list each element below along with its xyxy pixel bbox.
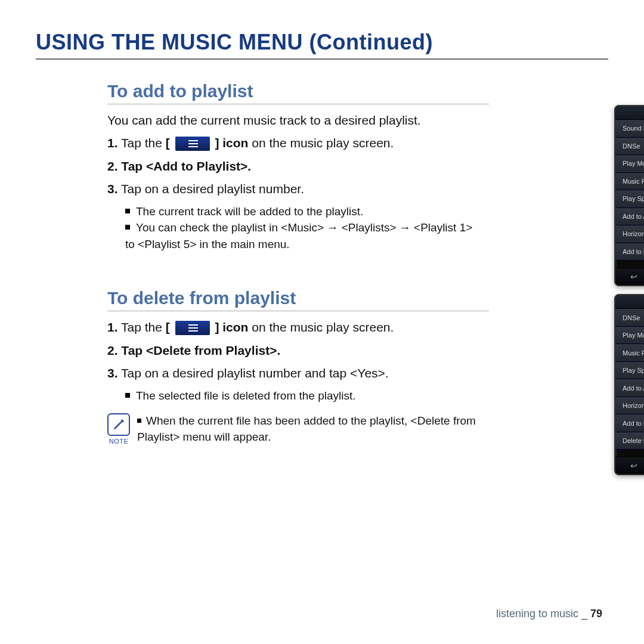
section-heading: To add to playlist — [107, 81, 489, 104]
step-text: Tap <Add to Playlist>. — [121, 159, 251, 173]
menu-icon — [175, 321, 210, 335]
device-mockup-delete: 06:14 PM DNSe Play Mode Music Play Scree… — [614, 294, 644, 475]
section-heading: To delete from playlist — [107, 288, 489, 311]
step-1: 1. Tap the [ ] icon on the music play sc… — [107, 134, 483, 152]
device-menu-item: DNSe — [615, 138, 644, 156]
device-menu-item: Play Speed — [615, 362, 644, 380]
device-menu-item: Music Play Screen — [615, 344, 644, 362]
device-menu-item: Play Mode — [615, 327, 644, 345]
menu-icon — [175, 137, 210, 151]
section-add-to-playlist: To add to playlist You can add the curre… — [107, 81, 608, 252]
device-menu-item: Play Mode — [615, 155, 644, 173]
sub-bullet: You can check the playlist in <Music> → … — [125, 219, 483, 252]
footer-chapter: listening to music — [496, 608, 578, 620]
bullet-icon — [125, 225, 130, 230]
sub-bullet: The current track will be added to the p… — [125, 203, 483, 220]
device-bottom-bar: ↩ ≡ A↔B — [615, 268, 644, 285]
device-menu-item: Add to Alarm — [615, 208, 644, 226]
device-menu-item: DNSe — [615, 309, 644, 327]
note-label: NOTE — [109, 437, 129, 447]
section-delete-from-playlist: To delete from playlist 1. Tap the [ ] i… — [107, 288, 608, 447]
bullet-icon — [125, 209, 130, 213]
back-icon: ↩ — [630, 461, 637, 470]
note-icon — [107, 413, 130, 436]
note-text: When the current file has been added to … — [137, 413, 483, 445]
device-menu-item: Play Speed — [615, 190, 644, 208]
step-text: Tap on a desired playlist number and tap… — [121, 366, 389, 380]
device-statusbar: 06:14 PM — [615, 295, 644, 309]
step-text: Tap the [ ] icon on the music play scree… — [121, 136, 394, 150]
device-menu-item: Horizontal Stroke — [615, 225, 644, 243]
device-menu-item: Horizontal Stroke — [615, 397, 644, 415]
bullet-icon — [125, 393, 130, 398]
device-menu-item: Sound Effect — [615, 120, 644, 138]
footer-page-number: 79 — [590, 608, 602, 620]
device-menu-list: Sound Effect DNSe Play Mode Music Play S… — [615, 120, 644, 261]
step-text: Tap <Delete from Playlist>. — [121, 343, 280, 357]
step-number: 2. — [107, 343, 118, 357]
step-text: Tap on a desired playlist number. — [121, 182, 304, 196]
step-3: 3. Tap on a desired playlist number and … — [107, 364, 483, 382]
step-3: 3. Tap on a desired playlist number. — [107, 180, 483, 198]
back-icon: ↩ — [630, 272, 637, 281]
note-block: NOTE When the current file has been adde… — [107, 413, 483, 447]
intro-text: You can add the current music track to a… — [107, 112, 483, 129]
step-number: 1. — [107, 136, 118, 150]
device-menu-item: Add to Alarm — [615, 379, 644, 397]
step-number: 1. — [107, 320, 118, 334]
sub-bullet: The selected file is deleted from the pl… — [125, 388, 483, 404]
device-statusbar: 06:14 PM — [615, 106, 644, 120]
device-menu-item: Add to Playlist — [615, 414, 644, 432]
step-number: 3. — [107, 182, 118, 196]
section-body: 1. Tap the [ ] icon on the music play sc… — [107, 318, 483, 447]
step-2: 2. Tap <Add to Playlist>. — [107, 157, 483, 175]
bullet-icon — [137, 419, 141, 423]
device-menu-item: Music Play Screen — [615, 173, 644, 191]
device-menu-item: Delete from Playlist — [615, 432, 644, 450]
device-menu-list: DNSe Play Mode Music Play Screen Play Sp… — [615, 309, 644, 450]
section-body: You can add the current music track to a… — [107, 112, 483, 252]
step-1: 1. Tap the [ ] icon on the music play sc… — [107, 318, 483, 336]
device-bottom-bar: ↩ ≡ A↔B — [615, 457, 644, 474]
step-number: 2. — [107, 159, 118, 173]
device-menu-item: Add to Playlist — [615, 243, 644, 261]
step-number: 3. — [107, 366, 118, 380]
step-2: 2. Tap <Delete from Playlist>. — [107, 342, 483, 360]
step-text: Tap the [ ] icon on the music play scree… — [121, 320, 394, 334]
page-title: USING THE MUSIC MENU (Continued) — [36, 30, 608, 60]
page-footer: listening to music _ 79 — [496, 608, 602, 620]
manual-page: USING THE MUSIC MENU (Continued) To add … — [0, 0, 644, 644]
note-badge-column: NOTE — [107, 413, 130, 447]
device-mockup-add: 06:14 PM Sound Effect DNSe Play Mode Mus… — [614, 105, 644, 286]
